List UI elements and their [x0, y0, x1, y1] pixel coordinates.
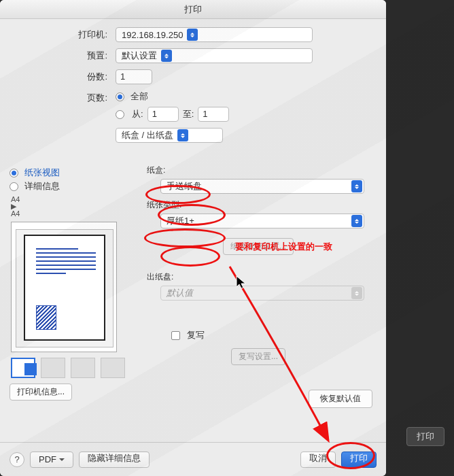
pages-from-label: 从: [132, 108, 143, 120]
printer-select[interactable]: 192.168.19.250 [116, 27, 313, 42]
printer-label: 打印机: [12, 29, 116, 41]
papertype-label: 纸张类型: [147, 199, 375, 211]
bottom-bar: ? PDF 隐藏详细信息 取消 打印 [0, 442, 386, 476]
form-area: 打印机: 192.168.19.250 预置: 默认设置 份数: 1 页数: 全… [0, 19, 386, 152]
carbon-checkbox[interactable] [171, 331, 180, 340]
carbon-settings-button[interactable]: 复写设置... [231, 348, 285, 365]
view-paper-radio[interactable] [10, 169, 18, 177]
papertype-value: 厚纸1+ [167, 215, 194, 227]
pages-all-radio[interactable] [116, 92, 124, 101]
section-value: 纸盒 / 出纸盘 [122, 129, 173, 141]
size-label-bottom: A4 [11, 209, 130, 218]
pages-to-input[interactable]: 1 [198, 107, 229, 122]
view-detail-radio[interactable] [10, 182, 18, 191]
pdf-dropdown[interactable]: PDF [30, 452, 73, 468]
print-dialog: 打印 打印机: 192.168.19.250 预置: 默认设置 份数: 1 页数… [0, 0, 386, 476]
page-preview [11, 222, 117, 352]
pages-group: 全部 从: 1 至: 1 [116, 90, 229, 122]
background-print-button[interactable]: 打印 [406, 427, 444, 446]
carbon-label: 复写 [187, 330, 205, 340]
dropdown-arrow-icon [187, 29, 198, 41]
pages-label: 页数: [12, 90, 116, 104]
layout-thumb-4[interactable] [101, 358, 125, 378]
printer-value: 192.168.19.250 [122, 30, 183, 40]
restore-defaults-button[interactable]: 恢复默认值 [309, 390, 372, 408]
dropdown-arrow-icon [177, 129, 188, 141]
preview-column: 纸张视图 详细信息 A4 ▶ A4 [10, 167, 130, 401]
pages-to-label: 至: [183, 108, 194, 120]
tray-settings-button[interactable]: 纸盒纸张设置... [223, 238, 294, 255]
papertype-select[interactable]: 厚纸1+ [160, 214, 364, 228]
pages-from-input[interactable]: 1 [147, 107, 179, 122]
tray-label: 纸盒: [147, 165, 375, 176]
tray-select[interactable]: 手送纸盘 [160, 179, 364, 194]
copies-label: 份数: [12, 71, 116, 83]
view-detail-label: 详细信息 [24, 181, 60, 191]
hide-details-button[interactable]: 隐藏详细信息 [79, 452, 150, 468]
preset-label: 预置: [12, 50, 116, 62]
copies-input[interactable]: 1 [116, 69, 152, 84]
output-select[interactable]: 默认值 [160, 286, 364, 301]
pages-all-label: 全部 [130, 91, 148, 101]
preset-select[interactable]: 默认设置 [116, 48, 313, 63]
dropdown-arrow-icon [161, 50, 172, 62]
tray-value: 手送纸盘 [167, 180, 202, 192]
settings-column: 纸盒: 手送纸盘 纸张类型: 厚纸1+ 纸盒纸张设置... 出纸盘: 默认值 复… [141, 159, 375, 408]
layout-thumb-2[interactable] [41, 358, 65, 378]
help-button[interactable]: ? [10, 452, 24, 467]
preset-value: 默认设置 [122, 50, 157, 62]
printer-info-button[interactable]: 打印机信息... [10, 384, 72, 401]
print-button[interactable]: 打印 [341, 452, 377, 468]
pages-range-radio[interactable] [116, 110, 124, 119]
layout-thumb-3[interactable] [71, 358, 95, 378]
output-label: 出纸盘: [147, 271, 375, 283]
dropdown-arrow-icon [351, 287, 362, 299]
dropdown-arrow-icon [351, 180, 362, 192]
section-select[interactable]: 纸盒 / 出纸盘 [116, 128, 223, 143]
cancel-button[interactable]: 取消 [300, 452, 336, 468]
dialog-title: 打印 [0, 0, 386, 19]
layout-thumb-1[interactable] [11, 358, 35, 378]
view-paper-label: 纸张视图 [24, 167, 60, 177]
layout-thumbs [11, 358, 129, 378]
output-value: 默认值 [167, 287, 193, 299]
dropdown-arrow-icon [351, 215, 362, 227]
